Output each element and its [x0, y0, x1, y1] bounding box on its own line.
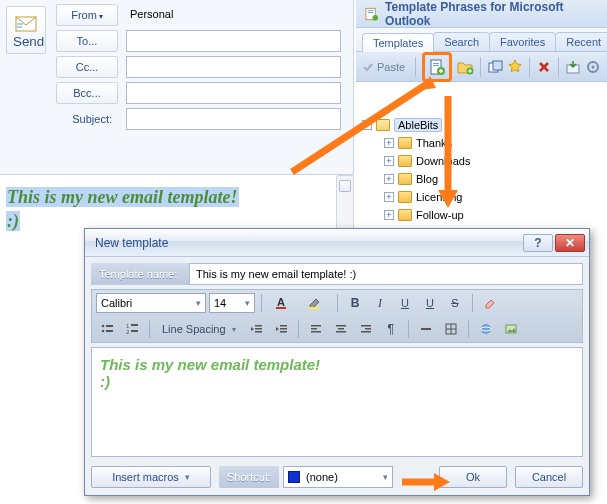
- insert-link-button[interactable]: [475, 319, 497, 339]
- align-left-button[interactable]: [305, 319, 327, 339]
- new-folder-button[interactable]: [456, 56, 474, 78]
- svg-rect-44: [421, 328, 431, 330]
- editor-line2: :): [100, 373, 110, 390]
- expand-icon[interactable]: +: [384, 210, 394, 220]
- tab-recent[interactable]: Recent: [555, 32, 607, 51]
- edit-button[interactable]: [487, 56, 503, 78]
- svg-rect-43: [361, 331, 371, 333]
- paragraph-button[interactable]: ¶: [380, 319, 402, 339]
- tree-root[interactable]: − AbleBits: [362, 116, 601, 134]
- help-icon: ?: [534, 236, 541, 250]
- cc-button[interactable]: Cc...: [56, 56, 118, 78]
- font-color-button[interactable]: A: [268, 293, 298, 313]
- to-field[interactable]: [126, 30, 341, 52]
- insert-image-button[interactable]: [500, 319, 522, 339]
- insert-hr-button[interactable]: [415, 319, 437, 339]
- help-button[interactable]: ?: [523, 234, 553, 252]
- bullets-button[interactable]: [96, 319, 118, 339]
- clear-format-button[interactable]: [479, 293, 501, 313]
- cancel-button[interactable]: Cancel: [515, 466, 583, 488]
- font-size-select[interactable]: 14: [209, 293, 255, 313]
- new-folder-icon: [456, 58, 474, 76]
- import-button[interactable]: [565, 56, 581, 78]
- new-template-dialog: New template ? ✕ Template name: Calibri …: [84, 228, 590, 496]
- settings-button[interactable]: [585, 56, 601, 78]
- svg-rect-20: [309, 307, 319, 309]
- new-template-button[interactable]: [426, 56, 448, 78]
- highlight-color-button[interactable]: [301, 293, 331, 313]
- more-underline-button[interactable]: U: [419, 293, 441, 313]
- template-editor[interactable]: This is my new email template! :): [91, 347, 583, 457]
- svg-text:A: A: [277, 296, 285, 308]
- template-app-icon: [364, 6, 379, 22]
- expand-icon[interactable]: +: [384, 138, 394, 148]
- to-button[interactable]: To...: [56, 30, 118, 52]
- dialog-footer: Insert macros Shortcut: (none) Ok Cancel: [91, 465, 583, 489]
- selected-text-line2: :): [6, 211, 20, 231]
- align-right-button[interactable]: [355, 319, 377, 339]
- tree-item-downloads[interactable]: + Downloads: [362, 152, 601, 170]
- tab-templates[interactable]: Templates: [362, 33, 434, 52]
- template-name-field[interactable]: [189, 263, 583, 285]
- underline-button[interactable]: U: [394, 293, 416, 313]
- close-button[interactable]: ✕: [555, 234, 585, 252]
- align-center-button[interactable]: [330, 319, 352, 339]
- send-button[interactable]: Send: [6, 6, 46, 54]
- new-template-highlighted: [422, 52, 452, 82]
- indent-button[interactable]: [270, 319, 292, 339]
- align-left-icon: [309, 322, 323, 336]
- shortcut-select[interactable]: (none): [283, 466, 393, 488]
- from-button[interactable]: From▾: [56, 4, 118, 26]
- svg-rect-41: [361, 325, 371, 327]
- template-name-label: Template name:: [91, 263, 189, 285]
- insert-table-button[interactable]: [440, 319, 462, 339]
- bcc-field[interactable]: [126, 82, 341, 104]
- delete-button[interactable]: [536, 56, 552, 78]
- svg-rect-19: [276, 307, 286, 309]
- template-tabs: Templates Search Favorites Recent: [356, 28, 607, 52]
- svg-rect-3: [368, 12, 374, 13]
- outdent-button[interactable]: [245, 319, 267, 339]
- svg-text:2: 2: [126, 329, 130, 335]
- template-toolbar: Paste: [356, 52, 607, 82]
- svg-rect-11: [493, 61, 502, 70]
- expand-icon[interactable]: +: [384, 156, 394, 166]
- tab-favorites[interactable]: Favorites: [489, 32, 556, 51]
- subject-field[interactable]: [126, 108, 341, 130]
- folder-icon: [398, 191, 412, 203]
- close-icon: ✕: [565, 236, 575, 250]
- svg-rect-35: [311, 325, 321, 327]
- bold-button[interactable]: B: [344, 293, 366, 313]
- tree-item-thanks[interactable]: + Thanks: [362, 134, 601, 152]
- svg-point-4: [372, 14, 378, 20]
- compose-header: Send From▾ To... Cc... Bcc... Subject: P…: [0, 0, 354, 175]
- collapse-icon[interactable]: −: [362, 120, 372, 130]
- expand-icon[interactable]: +: [384, 174, 394, 184]
- send-button-label: Send: [13, 34, 44, 49]
- svg-rect-30: [255, 328, 262, 330]
- numbering-button[interactable]: 12: [121, 319, 143, 339]
- line-spacing-button[interactable]: Line Spacing: [156, 319, 242, 339]
- bcc-button[interactable]: Bcc...: [56, 82, 118, 104]
- ok-button[interactable]: Ok: [439, 466, 507, 488]
- image-icon: [504, 322, 518, 336]
- italic-button[interactable]: I: [369, 293, 391, 313]
- svg-rect-6: [433, 63, 439, 64]
- svg-rect-29: [255, 325, 262, 327]
- tree-item-followup[interactable]: + Follow-up: [362, 206, 601, 224]
- folder-open-icon: [376, 119, 390, 131]
- strike-button[interactable]: S: [444, 293, 466, 313]
- favorite-button[interactable]: [507, 56, 523, 78]
- svg-rect-24: [106, 330, 113, 332]
- paste-button[interactable]: Paste: [362, 61, 405, 73]
- tab-search[interactable]: Search: [433, 32, 490, 51]
- tree-item-licensing[interactable]: + Licensing: [362, 188, 601, 206]
- star-icon: [507, 59, 523, 75]
- font-family-select[interactable]: Calibri: [96, 293, 206, 313]
- dialog-title: New template: [95, 236, 168, 250]
- cc-field[interactable]: [126, 56, 341, 78]
- insert-macros-button[interactable]: Insert macros: [91, 466, 211, 488]
- dialog-titlebar[interactable]: New template ? ✕: [85, 229, 589, 257]
- tree-item-blog[interactable]: + Blog: [362, 170, 601, 188]
- expand-icon[interactable]: +: [384, 192, 394, 202]
